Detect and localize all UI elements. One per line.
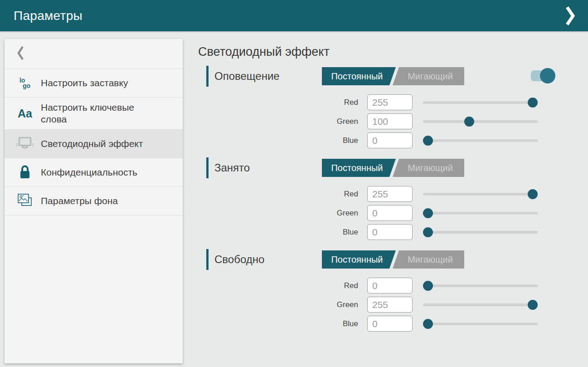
mode-option-blinking[interactable]: Мигающий [393,250,464,269]
sidebar-item-label: Конфиденциальность [41,166,137,178]
green-value-input[interactable] [367,297,413,313]
red-slider[interactable] [423,280,538,291]
main-content: Светодиодный эффект Оповещение Постоянны… [197,31,588,367]
sidebar-item-label: Параметры фона [41,195,118,207]
images-icon [15,191,35,211]
blue-value-input[interactable] [367,132,413,148]
sidebar-item-label: Настроить заставку [41,77,128,89]
notification-toggle[interactable] [531,68,555,83]
text-aa-icon: Aa [15,103,35,123]
slider-thumb[interactable] [464,117,474,127]
chevron-left-icon [17,45,24,63]
slider-thumb[interactable] [528,98,538,108]
slider-track[interactable] [423,323,538,325]
green-value-input[interactable] [367,205,413,221]
red-value-input[interactable] [367,94,413,110]
sidebar-item-label: Настроить ключевые слова [41,102,154,125]
slider-track[interactable] [423,231,538,234]
sidebar-item-led-effect[interactable]: Светодиодный эффект [5,130,183,158]
channel-label: Blue [206,319,358,328]
channel-row-green: Green [206,113,558,129]
logo-icon: lo go [15,73,35,93]
blue-slider[interactable] [423,318,538,329]
channel-row-blue: Blue [206,132,558,148]
mode-segmented-control: Постоянный Мигающий [322,67,464,85]
mode-option-blinking[interactable]: Мигающий [393,67,464,85]
sidebar-item-screensaver[interactable]: lo go Настроить заставку [5,69,183,98]
section-free: Свободно Постоянный Мигающий Red Green [206,249,558,332]
slider-track[interactable] [423,101,538,104]
channel-label: Green [206,209,358,218]
red-slider[interactable] [423,189,538,200]
chevron-right-icon[interactable] [564,4,577,28]
section-accent-bar [206,157,209,178]
channel-label: Green [206,117,358,126]
sidebar-item-privacy[interactable]: Конфиденциальность [5,158,183,187]
slider-thumb[interactable] [423,281,433,291]
channel-label: Red [206,281,358,290]
blue-value-input[interactable] [367,224,413,240]
page-title: Параметры [14,9,83,23]
sidebar-item-background[interactable]: Параметры фона [5,187,183,215]
slider-track[interactable] [423,284,538,287]
slider-track[interactable] [423,193,538,196]
channel-label: Red [206,98,358,107]
slider-thumb[interactable] [423,136,433,146]
sidebar-back-button[interactable] [5,39,183,69]
channel-label: Blue [206,136,358,145]
channel-label: Green [206,300,358,309]
slider-thumb[interactable] [528,300,538,310]
section-accent-bar [206,66,209,87]
slider-track[interactable] [423,212,538,215]
channel-row-blue: Blue [206,316,558,332]
section-name: Оповещение [214,70,280,83]
slider-thumb[interactable] [423,208,433,218]
section-notification: Оповещение Постоянный Мигающий Red [206,66,558,148]
section-name: Свободно [214,253,264,266]
section-name: Занято [214,161,250,174]
green-slider[interactable] [423,208,538,219]
channel-row-red: Red [206,186,558,202]
channel-row-red: Red [206,278,558,294]
sidebar-item-keywords[interactable]: Aa Настроить ключевые слова [5,98,183,130]
section-accent-bar [206,249,209,270]
lock-icon [15,162,35,182]
mode-segmented-control: Постоянный Мигающий [322,250,464,269]
mode-option-blinking[interactable]: Мигающий [393,159,464,177]
slider-thumb[interactable] [528,189,538,199]
channel-row-green: Green [206,205,558,221]
toggle-knob [540,68,555,83]
channel-label: Blue [206,228,358,237]
green-slider[interactable] [423,299,538,310]
mode-option-solid[interactable]: Постоянный [322,159,396,177]
channel-row-blue: Blue [206,224,558,240]
slider-track[interactable] [423,120,538,123]
channel-row-red: Red [206,94,558,110]
sidebar: lo go Настроить заставку Aa Настроить кл… [5,39,183,363]
red-value-input[interactable] [367,278,413,294]
mode-segmented-control: Постоянный Мигающий [322,159,464,177]
blue-slider[interactable] [423,227,538,238]
channel-label: Red [206,190,358,199]
slider-track[interactable] [423,139,538,142]
green-slider[interactable] [423,116,538,127]
red-value-input[interactable] [367,186,413,202]
mode-option-solid[interactable]: Постоянный [322,67,396,85]
channel-row-green: Green [206,297,558,313]
blue-slider[interactable] [423,135,538,146]
slider-thumb[interactable] [423,227,433,237]
mode-option-solid[interactable]: Постоянный [322,250,396,269]
red-slider[interactable] [423,97,538,108]
app-header: Параметры [0,0,588,31]
monitor-icon [15,134,35,154]
sidebar-item-label: Светодиодный эффект [41,138,143,150]
green-value-input[interactable] [367,113,413,129]
slider-thumb[interactable] [423,319,433,329]
content-title: Светодиодный эффект [198,45,588,59]
blue-value-input[interactable] [367,316,413,332]
section-busy: Занято Постоянный Мигающий Red Green [206,157,558,240]
slider-track[interactable] [423,303,538,306]
